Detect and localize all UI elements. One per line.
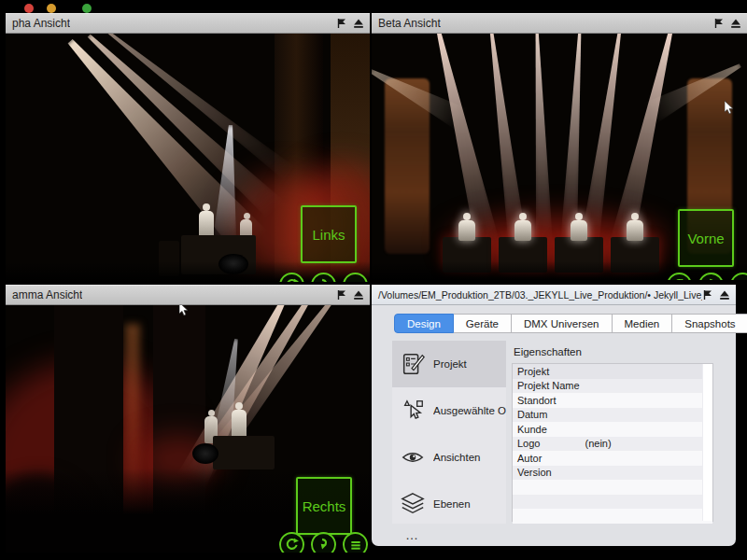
view-direction-label: Rechts — [303, 498, 346, 514]
stage-desk — [213, 436, 275, 469]
gamma-view-controls — [279, 532, 368, 553]
view-direction-button-links[interactable]: Links — [301, 205, 357, 263]
gamma-window-title: amma Ansicht — [6, 288, 82, 301]
property-row[interactable]: Kunde — [513, 422, 712, 437]
property-label: Projekt — [517, 366, 549, 377]
property-row-empty — [513, 495, 712, 510]
tab-snapshots[interactable]: Snapshots — [672, 314, 747, 333]
view-direction-label: Vorne — [687, 231, 724, 246]
orbit-rotate-button[interactable] — [667, 273, 692, 280]
tab-geraete[interactable]: Geräte — [454, 314, 512, 333]
eject-icon[interactable] — [353, 18, 364, 29]
pin-flag-icon[interactable] — [713, 18, 725, 29]
gamma-3d-viewport[interactable]: Rechts — [6, 305, 370, 553]
view-menu-button[interactable] — [730, 273, 747, 280]
pin-flag-icon[interactable] — [702, 289, 713, 301]
layers-icon — [400, 491, 426, 517]
project-file-path: /Volumes/EM_Produktion_2TB/03._JEKYLL_Li… — [372, 289, 702, 301]
sidebar-item-ebenen[interactable]: Ebenen — [392, 481, 506, 527]
pin-flag-icon[interactable] — [336, 18, 347, 29]
properties-list: Projekt Projekt Name Standort Datum Kund… — [512, 363, 713, 522]
sidebar-item-projekt[interactable]: Projekt — [392, 341, 506, 387]
sidebar-item-ausgewaehlte-objekte[interactable]: Ausgewählte O — [392, 387, 506, 434]
property-row[interactable]: Projekt Name — [513, 379, 712, 394]
property-row-empty — [513, 480, 712, 495]
alpha-3d-viewport[interactable]: Links — [6, 34, 370, 282]
mouse-cursor — [179, 305, 190, 316]
performer-silhouette — [570, 213, 588, 241]
sidebar-item-ansichten[interactable]: Ansichten — [392, 434, 506, 481]
project-edit-icon — [400, 351, 426, 377]
pin-flag-icon[interactable] — [336, 289, 347, 301]
properties-header: Eigenschaften — [514, 346, 582, 357]
property-row[interactable]: Datum — [513, 408, 712, 423]
property-label: Logo — [517, 438, 540, 449]
window-beta-ansicht: Beta Ansicht — [372, 13, 747, 280]
property-label: Autor — [517, 453, 542, 464]
tab-design[interactable]: Design — [394, 314, 454, 333]
performer-silhouette — [626, 213, 644, 241]
sidebar-item-label: Projekt — [433, 358, 467, 370]
view-direction-button-vorne[interactable]: Vorne — [678, 209, 734, 267]
view-direction-label: Links — [312, 227, 345, 243]
light-beam — [609, 34, 683, 249]
window-alpha-ansicht: pha Ansicht — [6, 13, 370, 282]
property-row[interactable]: Projekt — [513, 364, 712, 379]
sidebar-item-label: Ebenen — [433, 498, 471, 510]
desktop: pha Ansicht — [0, 0, 747, 560]
tab-dmx-universen[interactable]: DMX Universen — [512, 314, 613, 333]
spotlight-fixture — [192, 443, 218, 464]
camera-tilt-button[interactable] — [698, 273, 724, 280]
view-menu-button[interactable] — [343, 532, 368, 553]
beta-window-title: Beta Ansicht — [372, 17, 441, 30]
property-row[interactable]: Autor — [513, 451, 712, 466]
performer-silhouette — [514, 213, 532, 241]
beta-3d-viewport[interactable]: Vorne — [372, 34, 747, 280]
camera-tilt-button[interactable] — [311, 532, 336, 553]
beta-titlebar[interactable]: Beta Ansicht — [372, 13, 747, 34]
view-direction-button-rechts[interactable]: Rechts — [296, 477, 352, 535]
alpha-window-title: pha Ansicht — [6, 17, 70, 30]
main-titlebar[interactable]: /Volumes/EM_Produktion_2TB/03._JEKYLL_Li… — [372, 285, 736, 305]
traffic-light-close[interactable] — [24, 4, 34, 13]
window-project-properties: /Volumes/EM_Produktion_2TB/03._JEKYLL_Li… — [372, 285, 736, 546]
eject-icon[interactable] — [730, 18, 741, 29]
alpha-view-controls — [279, 273, 368, 282]
property-value: (nein) — [585, 438, 611, 449]
property-row[interactable]: Standort — [513, 393, 712, 408]
property-label: Datum — [517, 409, 547, 420]
selection-hand-icon — [400, 398, 426, 424]
main-tabbar: Design Geräte DMX Universen Medien Snaps… — [394, 314, 726, 333]
properties-scrollbar[interactable] — [702, 364, 712, 521]
property-row[interactable]: Version — [513, 466, 712, 481]
design-sidebar: Projekt Ausgewählte O Ansichten — [392, 341, 506, 524]
gamma-titlebar[interactable]: amma Ansicht — [6, 285, 370, 305]
performer-silhouette — [458, 213, 476, 241]
sidebar-item-label: Ansichten — [433, 452, 481, 463]
camera-tilt-button[interactable] — [311, 273, 336, 282]
window-gamma-ansicht: amma Ansicht — [6, 285, 370, 553]
alpha-titlebar[interactable]: pha Ansicht — [6, 13, 370, 34]
sidebar-more-ellipsis[interactable]: … — [392, 527, 506, 542]
eject-icon[interactable] — [719, 289, 730, 301]
property-label: Standort — [517, 395, 557, 406]
traffic-light-minimize[interactable] — [47, 4, 56, 13]
property-row-empty — [513, 509, 712, 524]
orbit-rotate-button[interactable] — [279, 273, 304, 282]
beta-view-controls — [667, 273, 747, 280]
traffic-light-zoom[interactable] — [82, 4, 92, 13]
property-label: Projekt Name — [517, 380, 580, 391]
mouse-cursor — [725, 101, 735, 115]
sidebar-item-label: Ausgewählte O — [433, 405, 506, 416]
eye-icon — [400, 444, 426, 470]
property-label: Kunde — [517, 424, 547, 435]
light-beam — [80, 34, 283, 217]
property-label: Version — [517, 467, 552, 478]
view-menu-button[interactable] — [343, 273, 368, 282]
tab-medien[interactable]: Medien — [613, 314, 673, 333]
eject-icon[interactable] — [353, 289, 364, 301]
property-row[interactable]: Logo(nein) — [513, 437, 712, 452]
orbit-rotate-button[interactable] — [279, 532, 304, 553]
